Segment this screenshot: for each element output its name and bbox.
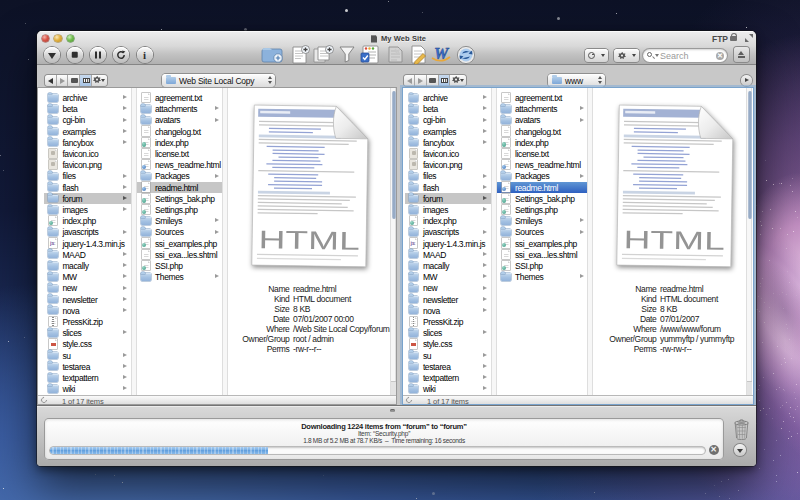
svg-text:HTML: HTML (623, 225, 724, 255)
svg-text:HTML: HTML (258, 225, 359, 255)
